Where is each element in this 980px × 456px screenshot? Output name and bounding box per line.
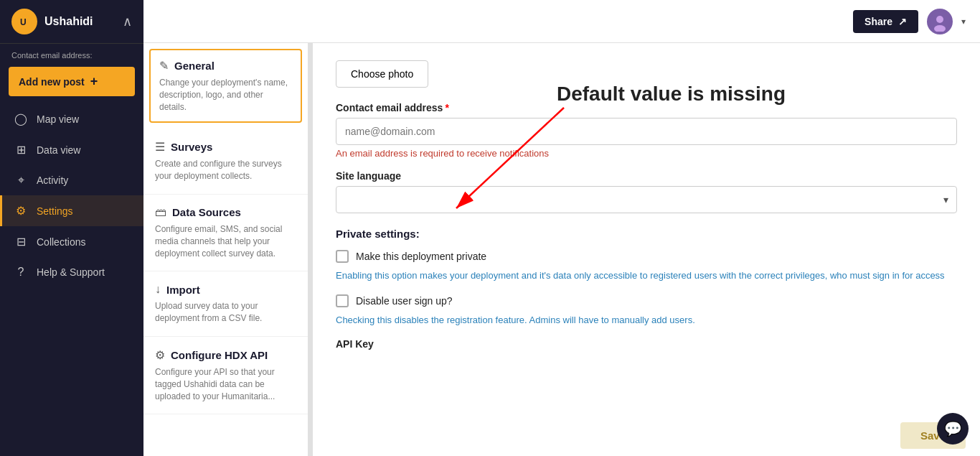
chat-bubble-button[interactable]: 💬 <box>937 413 969 445</box>
collapse-icon[interactable]: ∧ <box>123 14 132 29</box>
settings-nav-import[interactable]: ↓ Import Upload survey data to your depl… <box>143 271 308 337</box>
data-view-icon: ⊞ <box>14 143 28 157</box>
make-private-row: Make this deployment private <box>336 250 957 263</box>
topbar: Share ↗ ▾ <box>143 0 980 43</box>
user-menu-chevron[interactable]: ▾ <box>961 17 966 27</box>
content-wrapper: ✎ General Change your deployment's name,… <box>143 43 980 456</box>
site-language-wrapper: English French Spanish ▾ <box>336 186 957 213</box>
app-logo-icon: U <box>11 9 37 34</box>
surveys-icon: ☰ <box>155 140 165 154</box>
data-sources-desc: Configure email, SMS, and social media c… <box>155 223 296 259</box>
site-language-select[interactable]: English French Spanish <box>336 186 957 213</box>
contact-email-label: Contact email address: <box>0 44 143 62</box>
settings-nav-general[interactable]: ✎ General Change your deployment's name,… <box>149 49 302 123</box>
disable-signup-row: Disable user sign up? <box>336 294 957 307</box>
surveys-desc: Create and configure the surveys your de… <box>155 158 296 182</box>
settings-form: Default value is missing Choose photo Co… <box>313 43 980 456</box>
import-icon: ↓ <box>155 283 161 296</box>
disable-signup-label: Disable user sign up? <box>356 295 453 307</box>
private-settings-title: Private settings: <box>336 228 957 240</box>
svg-text:U: U <box>20 17 27 27</box>
data-sources-title: Data Sources <box>172 206 241 218</box>
share-icon: ↗ <box>898 16 907 27</box>
private-info-text: Enabling this option makes your deployme… <box>336 269 957 283</box>
user-avatar[interactable] <box>927 9 953 34</box>
make-private-label: Make this deployment private <box>356 251 486 262</box>
settings-nav-surveys[interactable]: ☰ Surveys Create and configure the surve… <box>143 129 308 195</box>
nav-label-settings: Settings <box>37 205 73 217</box>
settings-sidebar: ✎ General Change your deployment's name,… <box>143 43 308 456</box>
share-button[interactable]: Share ↗ <box>853 10 918 33</box>
required-indicator: * <box>445 102 448 113</box>
svg-point-3 <box>936 16 943 23</box>
api-key-label: API Key <box>336 338 957 357</box>
site-language-label: Site language <box>336 170 957 182</box>
signup-info-text: Checking this disables the registration … <box>336 313 957 327</box>
add-new-post-button[interactable]: Add new post + <box>9 67 135 96</box>
contact-email-input[interactable] <box>336 118 957 145</box>
sidebar-item-collections[interactable]: ⊟ Collections <box>0 226 143 257</box>
contact-email-field-label: Contact email address * <box>336 102 957 113</box>
sidebar-item-help-support[interactable]: ? Help & Support <box>0 257 143 287</box>
plus-icon: + <box>90 74 98 89</box>
nav-label-map-view: Map view <box>37 113 79 125</box>
make-private-checkbox[interactable] <box>336 250 349 263</box>
map-view-icon: ◯ <box>14 112 28 126</box>
surveys-title: Surveys <box>171 141 212 153</box>
add-new-post-label: Add new post <box>19 76 85 88</box>
choose-photo-button[interactable]: Choose photo <box>336 60 428 88</box>
share-label: Share <box>864 16 892 27</box>
import-title: Import <box>166 284 200 296</box>
app-name: Ushahidi <box>44 15 93 28</box>
settings-nav-hdx-api[interactable]: ⚙ Configure HDX API Configure your API s… <box>143 337 308 414</box>
email-error-message: An email address is required to receive … <box>336 148 957 159</box>
general-desc: Change your deployment's name, descripti… <box>159 77 292 113</box>
settings-icon: ⚙ <box>14 204 28 218</box>
general-icon: ✎ <box>159 59 169 73</box>
activity-icon: ⌖ <box>14 174 28 187</box>
general-title: General <box>174 60 215 72</box>
chat-icon: 💬 <box>944 420 962 437</box>
collections-icon: ⊟ <box>14 235 28 248</box>
help-icon: ? <box>14 266 28 279</box>
nav-label-collections: Collections <box>37 236 85 248</box>
nav-label-data-view: Data view <box>37 144 80 156</box>
sidebar-item-settings[interactable]: ⚙ Settings <box>0 195 143 226</box>
sidebar-item-data-view[interactable]: ⊞ Data view <box>0 134 143 165</box>
sidebar-item-map-view[interactable]: ◯ Map view <box>0 103 143 134</box>
sidebar-logo: U Ushahidi ∧ <box>0 0 143 44</box>
settings-nav-data-sources[interactable]: 🗃 Data Sources Configure email, SMS, and… <box>143 195 308 271</box>
disable-signup-checkbox[interactable] <box>336 294 349 307</box>
nav-label-help: Help & Support <box>37 266 105 278</box>
import-desc: Upload survey data to your deployment fr… <box>155 300 296 325</box>
hdx-api-title: Configure HDX API <box>171 349 268 361</box>
hdx-api-desc: Configure your API so that your tagged U… <box>155 366 296 402</box>
hdx-api-icon: ⚙ <box>155 348 165 362</box>
data-sources-icon: 🗃 <box>155 206 166 219</box>
sidebar-item-activity[interactable]: ⌖ Activity <box>0 165 143 195</box>
sidebar: U Ushahidi ∧ Contact email address: Add … <box>0 0 143 456</box>
nav-label-activity: Activity <box>37 175 68 186</box>
